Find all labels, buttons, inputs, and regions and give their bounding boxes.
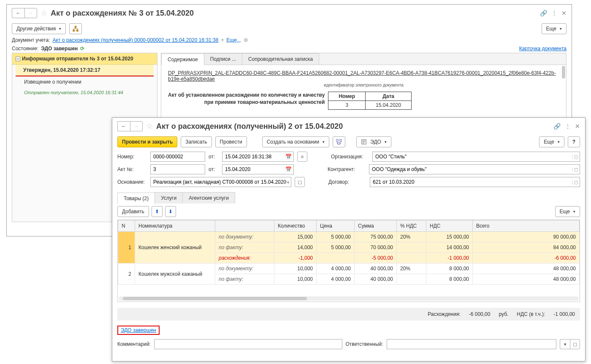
scrollbar-vertical[interactable] — [562, 66, 565, 79]
approved-line[interactable]: Утвержден, 15.04.2020 17:32:17 — [16, 65, 154, 76]
from-label: от: — [209, 154, 219, 160]
nav-forward-button[interactable]: → — [130, 121, 143, 131]
th-total[interactable]: Всего — [473, 220, 580, 232]
tab-services[interactable]: Услуги — [155, 192, 183, 204]
select-icon[interactable]: ▢ — [572, 155, 578, 159]
table-row[interactable]: 2 Кошелек мужской кажаный по документу: … — [118, 263, 580, 274]
basis-field[interactable]: ▾ — [150, 177, 291, 187]
write-button[interactable]: Записать — [181, 136, 211, 147]
nav-back-button[interactable]: ← — [12, 8, 24, 18]
th-quantity[interactable]: Количество — [274, 220, 317, 232]
accounting-doc-link[interactable]: Акт о расхождениях (полученный) 0000-000… — [52, 37, 218, 43]
edo-status-link[interactable]: ЭДО завершен — [121, 327, 156, 333]
th-blank[interactable] — [215, 220, 274, 232]
responsible-field[interactable] — [387, 339, 556, 349]
th-n[interactable]: N — [118, 220, 135, 232]
kebab-menu-icon[interactable]: ⋮ — [551, 10, 557, 16]
favorite-star-icon[interactable]: ☆ — [41, 8, 47, 18]
edoc-identifier: DP_PRIRASXPRIN_2AL-E7ADDC60-D48C-489C-BB… — [168, 70, 559, 82]
structure-icon-button[interactable] — [333, 136, 345, 147]
sender-info-header[interactable]: −Информация отправителя № 3 от 15.04.202… — [12, 53, 157, 65]
favorite-star-icon[interactable]: ☆ — [146, 122, 153, 131]
th-price[interactable]: Цена — [317, 220, 355, 232]
gear-icon[interactable]: ⚙ — [244, 37, 248, 43]
more-button[interactable]: Еще — [539, 136, 564, 147]
tab-content[interactable]: Содержимое — [161, 54, 204, 65]
close-window-icon[interactable]: ✕ — [575, 123, 580, 130]
nav-back-button[interactable]: ← — [117, 121, 130, 131]
create-based-on-button[interactable]: Создать на основании — [262, 136, 330, 147]
th-nomenclature[interactable]: Номенклатура — [135, 220, 215, 232]
link-icon[interactable]: 🔗 — [540, 10, 547, 16]
th-vat-percent[interactable]: % НДС — [397, 220, 426, 232]
window-act-received: ← → ☆ Акт о расхождениях (полученный) 2 … — [112, 117, 586, 361]
responsible-dropdown-button[interactable]: ▾ — [560, 339, 570, 349]
add-row-button[interactable]: Добавить — [117, 206, 149, 217]
organization-label: Организация: — [331, 154, 369, 160]
state-value: ЭДО завершен — [41, 46, 78, 52]
nav-forward-button[interactable]: → — [24, 8, 37, 18]
th-sum[interactable]: Сумма — [355, 220, 397, 232]
more-button[interactable]: Еще — [542, 23, 567, 34]
goods-tabs: Товары (2) Услуги Агентские услуги — [112, 192, 585, 204]
contract-field[interactable]: ▢ — [370, 177, 580, 187]
contract-label: Договор: — [328, 179, 366, 185]
more-dotted-link[interactable]: Еще... — [226, 37, 241, 43]
document-card-link[interactable]: Карточка документа — [519, 46, 567, 52]
sent-to-recipient-line: Отправлен получателю, 15.04.2020 16:31:4… — [12, 87, 157, 98]
other-actions-button[interactable]: Другие действия — [12, 23, 66, 34]
select-icon[interactable]: ▢ — [572, 180, 578, 185]
titlebar: ← → ☆ Акт о расхождениях (полученный) 2 … — [112, 118, 585, 135]
svg-rect-0 — [75, 26, 76, 28]
hierarchy-icon-button[interactable] — [69, 23, 82, 34]
organization-field[interactable]: ▢ — [372, 152, 580, 162]
tab-goods[interactable]: Товары (2) — [117, 193, 155, 204]
calendar-icon[interactable]: 📅 — [285, 154, 292, 160]
tab-cover-note[interactable]: Сопроводительная записка — [242, 53, 319, 65]
basis-label: Основание: — [117, 179, 147, 185]
svg-rect-2 — [77, 30, 79, 32]
datetime-field[interactable]: 📅 — [222, 152, 294, 162]
actno-field[interactable] — [150, 164, 205, 174]
responsible-label: Ответственный: — [346, 341, 383, 347]
number-field[interactable] — [150, 152, 205, 162]
goods-table[interactable]: N Номенклатура Количество Цена Сумма % Н… — [118, 220, 580, 285]
tab-agent-services[interactable]: Агентские услуги — [182, 192, 235, 204]
dropdown-icon[interactable]: ▾ — [285, 180, 289, 185]
comment-field[interactable] — [154, 339, 342, 349]
kebab-menu-icon[interactable]: ⋮ — [565, 123, 571, 130]
table-more-button[interactable]: Еще — [555, 206, 580, 217]
help-button[interactable]: ? — [568, 136, 580, 147]
edo-button[interactable]: ЭДО — [356, 136, 391, 147]
details-button[interactable]: ≡ — [297, 152, 307, 162]
form-fields: Номер: от: 📅 ≡ Организация: ▢ Акт №: от:… — [112, 149, 585, 192]
toolbar: Другие действия Еще — [7, 22, 572, 36]
close-window-icon[interactable]: ✕ — [561, 10, 567, 16]
counterparty-field[interactable]: ▢ — [369, 164, 580, 174]
tab-signatures[interactable]: Подписи ... — [204, 53, 242, 65]
responsible-open-button[interactable]: ▢ — [570, 339, 580, 349]
th-vat[interactable]: НДС — [426, 220, 473, 232]
act-col-date: Дата — [366, 92, 412, 101]
summary-currency: руб. — [499, 311, 508, 317]
refresh-icon[interactable]: ⟳ — [80, 46, 84, 52]
counterparty-label: Контрагент: — [328, 166, 366, 172]
edoc-id-caption: идентификатор электронного документа — [168, 83, 559, 87]
actno-label: Акт №: — [117, 166, 147, 172]
from-label-2: от: — [209, 166, 219, 172]
receipt-notice-line[interactable]: Извещение о получении — [12, 76, 157, 87]
link-icon[interactable]: 🔗 — [553, 123, 561, 130]
post-button[interactable]: Провести — [215, 136, 247, 147]
clear-doc-icon[interactable]: × — [221, 37, 224, 43]
select-icon[interactable]: ▢ — [572, 167, 578, 172]
open-basis-button[interactable]: ▢ — [295, 177, 305, 187]
table-row[interactable]: 1 Кошелек женский кожаный по документу: … — [118, 232, 580, 242]
move-up-button[interactable]: ⬆ — [152, 206, 163, 217]
move-down-button[interactable]: ⬇ — [165, 206, 176, 217]
act-date-field[interactable]: 📅 — [222, 164, 294, 174]
calendar-icon[interactable]: 📅 — [285, 166, 292, 172]
svg-rect-1 — [73, 30, 75, 32]
scrollbar-horizontal[interactable] — [119, 296, 579, 301]
collapse-icon[interactable]: − — [16, 57, 20, 61]
post-and-close-button[interactable]: Провести и закрыть — [117, 136, 177, 147]
